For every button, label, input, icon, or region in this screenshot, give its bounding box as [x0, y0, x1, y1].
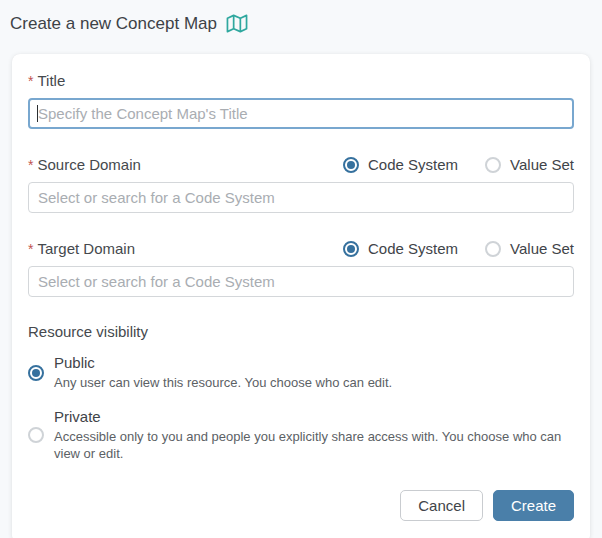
- radio-unselected-icon: [485, 241, 501, 257]
- title-label-text: Title: [37, 72, 65, 89]
- radio-selected-icon: [28, 365, 44, 381]
- visibility-public-option[interactable]: Public Any user can view this resource. …: [28, 354, 574, 392]
- create-button[interactable]: Create: [493, 490, 574, 521]
- create-concept-map-form: *Title *Source Domain Code System Value …: [12, 54, 590, 538]
- source-domain-type-group: Code System Value Set: [343, 156, 574, 173]
- source-domain-input[interactable]: [28, 182, 574, 213]
- required-marker: *: [28, 157, 33, 173]
- radio-label: Value Set: [510, 240, 574, 257]
- resource-visibility-label: Resource visibility: [28, 323, 574, 340]
- target-domain-label-text: Target Domain: [37, 240, 135, 257]
- private-option-label: Private: [54, 408, 574, 425]
- target-domain-input[interactable]: [28, 266, 574, 297]
- public-option-label: Public: [54, 354, 574, 371]
- title-field-label: *Title: [28, 72, 574, 89]
- visibility-private-option[interactable]: Private Accessible only to you and peopl…: [28, 408, 574, 463]
- target-domain-label: *Target Domain: [28, 240, 135, 257]
- radio-selected-icon: [343, 157, 359, 173]
- radio-label: Value Set: [510, 156, 574, 173]
- page-header: Create a new Concept Map: [0, 0, 602, 36]
- target-code-system-radio[interactable]: Code System: [343, 240, 458, 257]
- required-marker: *: [28, 241, 33, 257]
- page-title: Create a new Concept Map: [10, 14, 217, 34]
- required-marker: *: [28, 73, 33, 89]
- source-value-set-radio[interactable]: Value Set: [485, 156, 574, 173]
- source-code-system-radio[interactable]: Code System: [343, 156, 458, 173]
- target-domain-type-group: Code System Value Set: [343, 240, 574, 257]
- public-option-description: Any user can view this resource. You cho…: [54, 374, 574, 392]
- map-icon: [226, 13, 248, 34]
- radio-label: Code System: [368, 240, 458, 257]
- target-value-set-radio[interactable]: Value Set: [485, 240, 574, 257]
- title-input[interactable]: [28, 98, 574, 129]
- private-option-description: Accessible only to you and people you ex…: [54, 428, 574, 463]
- form-footer: Cancel Create: [28, 490, 574, 521]
- cancel-button[interactable]: Cancel: [400, 490, 483, 521]
- radio-label: Code System: [368, 156, 458, 173]
- radio-unselected-icon: [28, 427, 44, 443]
- radio-selected-icon: [343, 241, 359, 257]
- radio-unselected-icon: [485, 157, 501, 173]
- source-domain-label: *Source Domain: [28, 156, 141, 173]
- source-domain-label-text: Source Domain: [37, 156, 140, 173]
- text-cursor: [37, 105, 38, 122]
